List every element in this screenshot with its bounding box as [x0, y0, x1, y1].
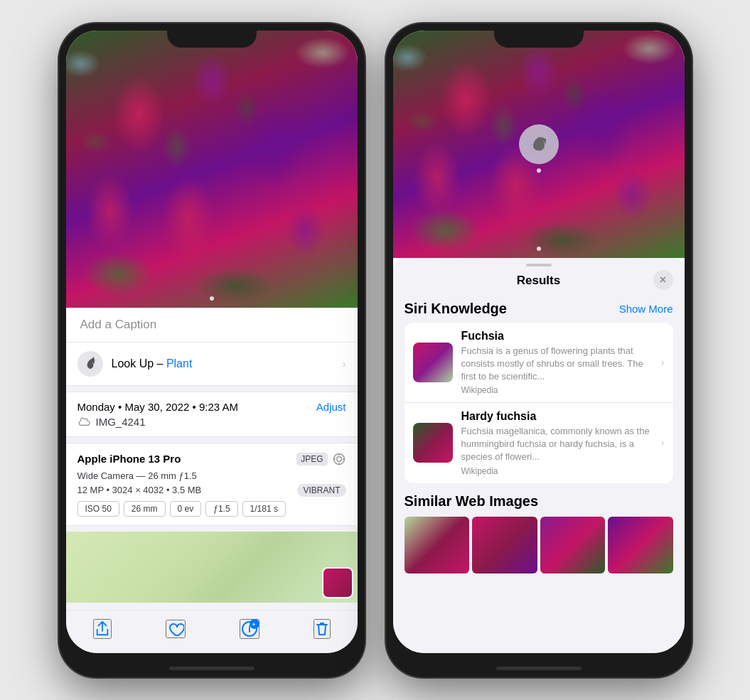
- meta-section: Monday • May 30, 2022 • 9:23 AM Adjust I…: [66, 392, 358, 437]
- date-row: Monday • May 30, 2022 • 9:23 AM Adjust: [77, 401, 346, 413]
- bottom-toolbar: ✦: [66, 610, 358, 653]
- similar-image-2[interactable]: [472, 517, 537, 574]
- caption-placeholder[interactable]: Add a Caption: [80, 318, 157, 331]
- favorite-button[interactable]: [166, 620, 186, 638]
- siri-knowledge-title: Siri Knowledge: [405, 301, 507, 317]
- close-button[interactable]: ×: [653, 270, 673, 290]
- show-more-button[interactable]: Show More: [619, 303, 673, 315]
- photo-date: Monday • May 30, 2022 • 9:23 AM: [77, 401, 238, 413]
- hardy-desc: Fuchsia magellanica, commonly known as t…: [461, 425, 653, 464]
- hardy-name: Hardy fuchsia: [461, 410, 653, 423]
- similar-image-1[interactable]: [405, 517, 470, 574]
- info-badge: ✦: [250, 619, 259, 629]
- home-bar-left: [169, 667, 255, 670]
- hardy-thumb: [413, 423, 453, 463]
- format-row: JPEG: [296, 452, 345, 466]
- left-phone: Add a Caption Look Up – Plant ›: [59, 23, 365, 677]
- home-indicator-right: [386, 660, 692, 677]
- hardy-source: Wikipedia: [461, 466, 653, 476]
- knowledge-item-fuchsia[interactable]: Fuchsia Fuchsia is a genus of flowering …: [405, 323, 673, 404]
- leaf-decoration-left: [66, 31, 358, 308]
- camera-model: Apple iPhone 13 Pro: [77, 453, 181, 465]
- fuchsia-text: Fuchsia Fuchsia is a genus of flowering …: [461, 330, 653, 396]
- home-bar-right: [496, 667, 582, 670]
- visual-lookup-button[interactable]: [519, 124, 559, 164]
- exif-shutter: 1/181 s: [242, 501, 286, 517]
- share-button[interactable]: [93, 619, 112, 639]
- hardy-chevron-icon: ›: [661, 437, 665, 448]
- map-thumbnail: [322, 567, 353, 598]
- exif-row: ISO 50 26 mm 0 ev ƒ1.5 1/181 s: [77, 501, 346, 517]
- file-info-row: 12 MP • 3024 × 4032 • 3.5 MB VIBRANT: [77, 484, 346, 497]
- exif-aperture: ƒ1.5: [205, 501, 237, 517]
- photo-filename: IMG_4241: [96, 416, 146, 428]
- fuchsia-thumb: [413, 343, 453, 382]
- info-section: Add a Caption Look Up – Plant ›: [66, 308, 358, 610]
- info-button[interactable]: ✦: [240, 619, 259, 639]
- lens-detail: Wide Camera — 26 mm ƒ1.5: [77, 470, 346, 481]
- similar-images-row: [405, 517, 673, 574]
- knowledge-item-hardy[interactable]: Hardy fuchsia Fuchsia magellanica, commo…: [405, 403, 673, 483]
- exif-focal: 26 mm: [124, 501, 166, 517]
- cloud-icon: [77, 416, 92, 426]
- right-phone-screen: Results × Siri Knowledge Show More: [393, 31, 685, 653]
- lookup-subject: Plant: [166, 357, 192, 370]
- fuchsia-source: Wikipedia: [461, 385, 653, 395]
- siri-knowledge-header: Siri Knowledge Show More: [405, 301, 673, 317]
- lookup-dot: [537, 168, 541, 173]
- results-panel: Results × Siri Knowledge Show More: [393, 258, 685, 653]
- format-badge: JPEG: [296, 453, 327, 465]
- leaf-lookup-icon: [530, 135, 548, 154]
- photo-indicator: [210, 296, 214, 301]
- filename-row: IMG_4241: [77, 416, 346, 428]
- fuchsia-chevron-icon: ›: [661, 357, 665, 368]
- camera-header: Apple iPhone 13 Pro JPEG: [77, 452, 346, 466]
- svg-point-1: [336, 456, 341, 461]
- exif-iso: ISO 50: [77, 501, 119, 517]
- photo-dot-right: [537, 247, 541, 251]
- file-resolution: 12 MP • 3024 × 4032 • 3.5 MB: [77, 485, 202, 495]
- results-content: Siri Knowledge Show More Fuchsia Fuchsia…: [393, 294, 685, 653]
- left-phone-screen: Add a Caption Look Up – Plant ›: [66, 31, 358, 653]
- exif-exposure: 0 ev: [170, 501, 202, 517]
- lookup-label: Look Up – Plant: [112, 357, 193, 370]
- results-title: Results: [517, 274, 560, 288]
- similar-image-4[interactable]: [608, 517, 673, 574]
- similar-image-3[interactable]: [540, 517, 606, 574]
- adjust-button[interactable]: Adjust: [316, 401, 346, 413]
- svg-text:✦: ✦: [252, 621, 256, 627]
- fuchsia-name: Fuchsia: [461, 330, 653, 343]
- lookup-icon: [77, 351, 103, 377]
- lookup-row[interactable]: Look Up – Plant ›: [66, 343, 358, 386]
- phones-container: Add a Caption Look Up – Plant ›: [59, 23, 692, 677]
- fuchsia-desc: Fuchsia is a genus of flowering plants t…: [461, 345, 653, 384]
- map-area[interactable]: [66, 532, 358, 603]
- similar-title: Similar Web Images: [405, 493, 673, 510]
- caption-area[interactable]: Add a Caption: [66, 308, 358, 343]
- photo-area-left[interactable]: [66, 31, 358, 308]
- camera-section: Apple iPhone 13 Pro JPEG: [66, 443, 358, 526]
- hardy-text: Hardy fuchsia Fuchsia magellanica, commo…: [461, 410, 653, 476]
- delete-button[interactable]: [314, 619, 331, 639]
- results-header: Results ×: [393, 266, 685, 294]
- similar-section: Similar Web Images: [405, 493, 673, 574]
- right-phone: Results × Siri Knowledge Show More: [386, 23, 692, 677]
- camera-settings-icon: [332, 452, 346, 466]
- home-indicator-left: [59, 660, 365, 677]
- vibrant-badge: VIBRANT: [297, 484, 345, 497]
- close-icon: ×: [660, 274, 666, 286]
- leaf-icon: [83, 357, 97, 371]
- photo-area-right[interactable]: [393, 31, 685, 258]
- knowledge-card: Fuchsia Fuchsia is a genus of flowering …: [405, 323, 673, 483]
- lookup-chevron-icon: ›: [343, 358, 346, 370]
